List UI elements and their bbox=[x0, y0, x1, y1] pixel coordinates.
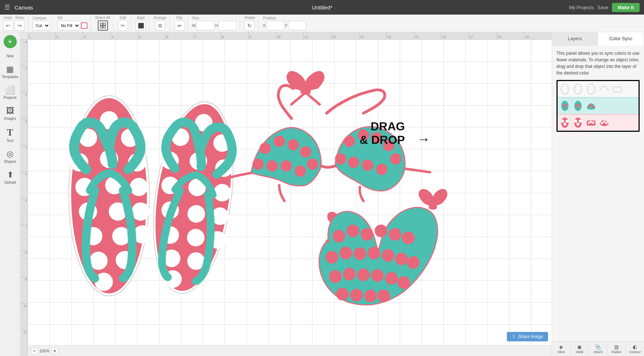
canvas-svg bbox=[28, 39, 552, 345]
sidebar-item-images[interactable]: 🖼 Images bbox=[1, 103, 20, 123]
make-it-button[interactable]: Make It bbox=[612, 3, 640, 12]
svg-point-68 bbox=[428, 204, 437, 210]
weld-icon: ◉ bbox=[577, 344, 582, 350]
redo-label: Redo bbox=[15, 16, 24, 20]
svg-point-62 bbox=[390, 153, 401, 165]
zoom-out-button[interactable]: − bbox=[31, 347, 38, 355]
cs-teal-item-3 bbox=[585, 100, 597, 112]
svg-point-49 bbox=[260, 143, 271, 154]
color-sync-preview bbox=[556, 80, 640, 132]
svg-point-80 bbox=[395, 253, 408, 265]
zoom-in-button[interactable]: + bbox=[51, 347, 58, 355]
svg-point-97 bbox=[562, 104, 565, 106]
sidebar-item-projects[interactable]: ⬜ Projects bbox=[1, 83, 20, 103]
flatten-button[interactable]: ▥ Flatten bbox=[608, 342, 626, 356]
svg-point-65 bbox=[362, 160, 373, 171]
svg-point-69 bbox=[333, 230, 345, 242]
flatten-icon: ▥ bbox=[614, 344, 619, 350]
tab-color-sync[interactable]: Color Sync bbox=[598, 32, 644, 46]
rotate-button[interactable]: ↻ bbox=[244, 20, 255, 31]
svg-point-120 bbox=[603, 120, 605, 123]
svg-point-86 bbox=[385, 272, 398, 285]
cs-item-2 bbox=[572, 83, 584, 95]
size-h-input[interactable] bbox=[218, 21, 237, 30]
my-projects-button[interactable]: My Projects bbox=[569, 5, 594, 10]
cs-white-row bbox=[558, 81, 639, 97]
position-y-input[interactable] bbox=[288, 21, 306, 30]
linetype-select[interactable]: Cut bbox=[32, 21, 50, 30]
svg-point-100 bbox=[574, 101, 582, 111]
svg-point-58 bbox=[344, 136, 355, 147]
align-button[interactable]: ⬛ bbox=[136, 20, 146, 31]
cs-pink-item-4 bbox=[598, 117, 610, 129]
edit-group: Edit ✂ bbox=[118, 16, 131, 31]
svg-point-70 bbox=[346, 225, 359, 237]
cs-teal-row bbox=[558, 97, 639, 114]
svg-rect-2 bbox=[100, 26, 102, 28]
size-w-input[interactable] bbox=[196, 21, 214, 30]
svg-point-99 bbox=[564, 106, 566, 108]
svg-point-98 bbox=[565, 104, 567, 106]
canvas-area[interactable]: 1 2 3 4 5 6 7 8 9 10 11 12 13 14 15 16 1… bbox=[20, 32, 552, 356]
fill-group: Fill No Fill bbox=[58, 16, 91, 30]
fill-color-swatch[interactable] bbox=[81, 22, 88, 29]
sidebar-item-text[interactable]: T Text bbox=[1, 124, 20, 146]
edit-button[interactable]: ✂ bbox=[118, 20, 128, 31]
svg-point-112 bbox=[574, 120, 577, 123]
canvas-grid[interactable]: DRAG & DROP → ⇪ Share Image bbox=[28, 39, 552, 345]
svg-point-57 bbox=[295, 165, 306, 177]
svg-point-79 bbox=[382, 249, 395, 262]
size-label: Size bbox=[192, 16, 237, 20]
svg-point-87 bbox=[397, 276, 410, 289]
svg-point-109 bbox=[566, 120, 569, 123]
status-bar: − 100% + bbox=[28, 345, 552, 356]
arrange-button[interactable]: ⧉ bbox=[155, 20, 165, 31]
cs-item-4 bbox=[598, 83, 610, 95]
cs-pink-item-3 bbox=[585, 117, 597, 129]
select-all-button[interactable] bbox=[98, 20, 108, 31]
svg-point-114 bbox=[577, 123, 579, 126]
menu-icon[interactable]: ☰ bbox=[4, 3, 10, 11]
svg-point-121 bbox=[605, 122, 608, 124]
size-group: Size W H bbox=[192, 16, 240, 30]
undo-label: Undo bbox=[4, 16, 12, 20]
sidebar-item-upload[interactable]: ⬆ Upload bbox=[1, 167, 20, 187]
flip-label: Flip bbox=[176, 16, 182, 20]
svg-point-116 bbox=[588, 122, 590, 124]
svg-point-77 bbox=[354, 248, 366, 260]
rotate-group: Rotate ↻ bbox=[244, 16, 258, 31]
sidebar-item-shapes[interactable]: ◎ Shapes bbox=[1, 146, 20, 166]
svg-rect-1 bbox=[103, 23, 105, 25]
save-button[interactable]: Save bbox=[597, 5, 608, 10]
select-all-group: Select All bbox=[95, 16, 113, 31]
weld-button[interactable]: ◉ Weld bbox=[571, 342, 589, 356]
redo-button[interactable]: ↪ bbox=[15, 20, 25, 31]
app-name: Canvas bbox=[15, 4, 33, 11]
sidebar-item-new[interactable]: New bbox=[1, 50, 20, 61]
undo-button[interactable]: ↩ bbox=[3, 20, 13, 31]
new-button[interactable]: + bbox=[4, 35, 17, 48]
panel-tabs: Layers Color Sync bbox=[552, 32, 644, 46]
flip-button[interactable]: ⇌ bbox=[174, 20, 185, 31]
fill-select[interactable]: No Fill bbox=[58, 21, 80, 30]
slice-button[interactable]: ◈ Slice bbox=[552, 342, 571, 356]
svg-point-52 bbox=[300, 146, 311, 157]
svg-rect-95 bbox=[613, 87, 622, 92]
share-image-button[interactable]: ⇪ Share Image bbox=[507, 332, 548, 341]
topbar: ☰ Canvas Untitled* My Projects Save Make… bbox=[0, 0, 644, 15]
tab-layers[interactable]: Layers bbox=[552, 32, 598, 45]
arrange-group: Arrange ⧉ bbox=[154, 16, 170, 31]
ruler-horizontal: 1 2 3 4 5 6 7 8 9 10 11 12 13 14 15 16 1… bbox=[28, 32, 552, 39]
contour-button[interactable]: ◐ Contour bbox=[626, 342, 644, 356]
svg-point-66 bbox=[376, 164, 387, 175]
position-label: Position bbox=[263, 16, 306, 20]
position-x-input[interactable] bbox=[266, 21, 284, 30]
attach-button[interactable]: 📎 Attach bbox=[589, 342, 608, 356]
align-group: Align ⬛ bbox=[136, 16, 149, 31]
svg-point-110 bbox=[563, 123, 566, 126]
svg-point-48 bbox=[300, 88, 311, 95]
position-group: Position X Y bbox=[263, 16, 309, 30]
cs-item-5 bbox=[612, 83, 623, 95]
align-label: Align bbox=[137, 16, 145, 20]
sidebar-item-templates[interactable]: ▦ Templates bbox=[1, 62, 20, 82]
